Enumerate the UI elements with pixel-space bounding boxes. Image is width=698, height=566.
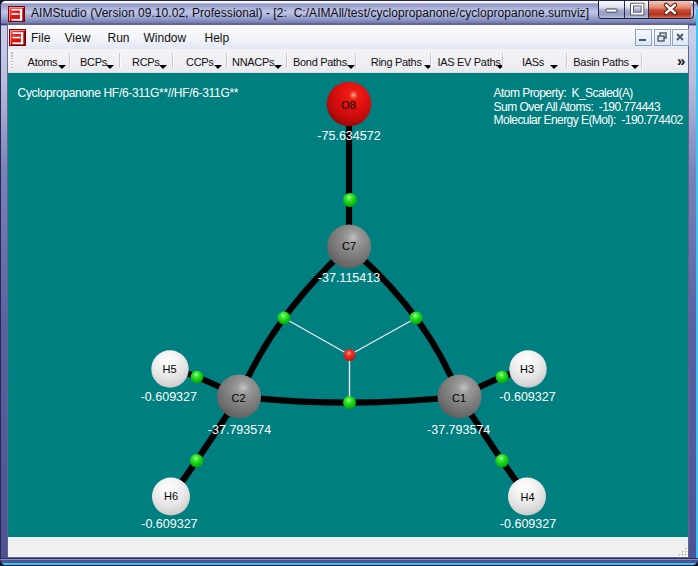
svg-text:Cyclopropanone HF/6-311G**//HF: Cyclopropanone HF/6-311G**//HF/6-311G** — [18, 86, 239, 100]
svg-text:C7: C7 — [342, 240, 356, 252]
svg-text:-37.793574: -37.793574 — [427, 423, 490, 437]
svg-text:H3: H3 — [520, 363, 534, 375]
svg-text:O8: O8 — [341, 99, 356, 111]
svg-text:H4: H4 — [520, 491, 534, 503]
svg-text:-0.609327: -0.609327 — [500, 517, 556, 531]
svg-text:H5: H5 — [162, 363, 176, 375]
svg-text:Atom Property: K_Scaled(A): Atom Property: K_Scaled(A) — [494, 86, 634, 100]
svg-text:-0.609327: -0.609327 — [141, 517, 197, 531]
svg-text:H6: H6 — [164, 490, 178, 502]
svg-text:C2: C2 — [231, 392, 245, 404]
svg-text:-0.609327: -0.609327 — [499, 390, 555, 404]
svg-text:Sum Over All Atoms: -190.7744: Sum Over All Atoms: -190.774443 — [494, 100, 661, 114]
svg-text:Molecular Energy E(Mol): -190: Molecular Energy E(Mol): -190.774402 — [494, 113, 684, 127]
svg-text:-37.115413: -37.115413 — [318, 271, 380, 285]
svg-text:C1: C1 — [452, 392, 466, 404]
svg-text:-75.634572: -75.634572 — [317, 129, 380, 143]
svg-text:-0.609327: -0.609327 — [141, 390, 197, 404]
svg-text:-37.793574: -37.793574 — [208, 423, 271, 437]
